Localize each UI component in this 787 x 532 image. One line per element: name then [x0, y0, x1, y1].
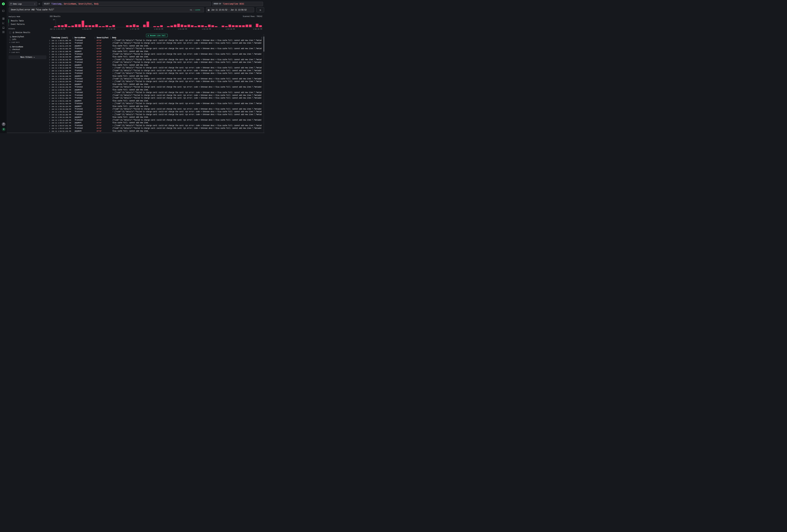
- svg-text:1:44:00 PM: 1:44:00 PM: [82, 28, 91, 30]
- svg-text:24: 24: [53, 19, 55, 21]
- svg-text:1:47:30 PM: 1:47:30 PM: [130, 28, 139, 30]
- svg-text:1:45:45 PM: 1:45:45 PM: [106, 28, 115, 30]
- svg-text:0: 0: [54, 26, 55, 28]
- svg-text:Jun 11 1:41:45 PM: Jun 11 1:41:45 PM: [50, 28, 65, 30]
- svg-text:1:54:30 PM: 1:54:30 PM: [226, 28, 235, 30]
- svg-text:1:49:15 PM: 1:49:15 PM: [154, 28, 163, 30]
- svg-text:1:51:00 PM: 1:51:00 PM: [178, 28, 187, 30]
- svg-text:1:56:45 PM: 1:56:45 PM: [253, 28, 262, 30]
- svg-text:1:52:45 PM: 1:52:45 PM: [202, 28, 211, 30]
